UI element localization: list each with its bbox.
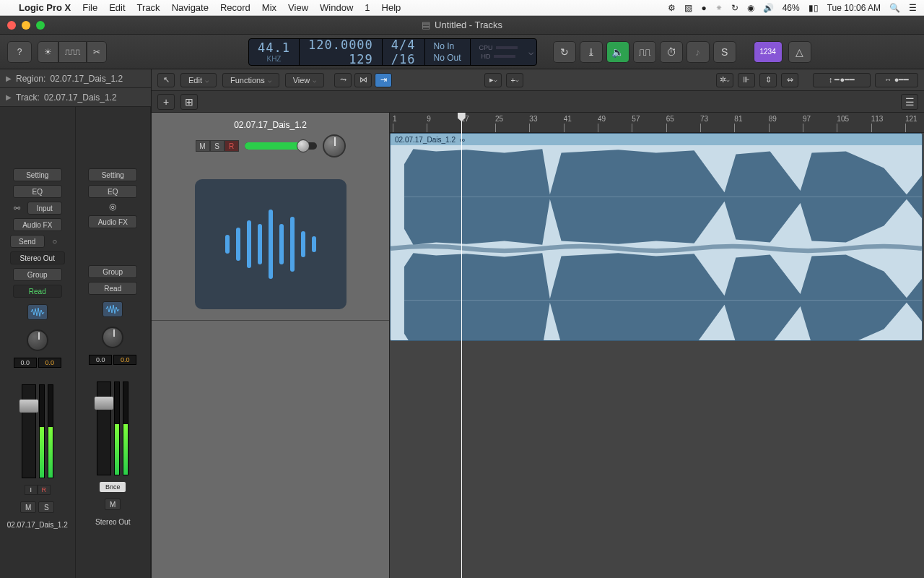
stereo-icon[interactable]: ◎ [109,202,116,212]
menu-mix[interactable]: Mix [262,2,276,13]
setting-button[interactable]: Setting [88,168,137,181]
clock[interactable]: Tue 10:06 AM [827,3,881,13]
track-header-row[interactable]: 02.07.17_Dais_1.2 M S R [152,113,389,321]
global-tracks-button[interactable]: ☰ [901,94,918,110]
duplicate-track-button[interactable]: ⊞ [180,94,198,110]
window-zoom[interactable] [36,21,45,30]
link-icon[interactable]: ⚯ [10,202,25,214]
menu-navigate[interactable]: Navigate [172,2,209,13]
menu-icon[interactable]: ☰ [909,3,917,13]
pan-knob[interactable] [27,329,48,351]
solo-button[interactable]: ♪ [687,41,710,63]
menu-file[interactable]: File [82,2,97,13]
tempo-button[interactable]: ⏱ [660,41,683,63]
menu-help[interactable]: Help [382,2,401,13]
lcd-signature[interactable]: 4/4 /16 [383,39,425,65]
status-icon-2[interactable]: ▧ [684,3,692,13]
view-menu[interactable]: View⌵ [285,73,325,87]
editors-button[interactable]: ✂ [87,41,107,63]
volume-fader[interactable] [97,381,111,475]
flex-icon[interactable]: ⋈ [354,73,372,87]
window-minimize[interactable] [22,21,30,30]
metronome-button[interactable]: △ [788,41,811,63]
replace-button[interactable]: ⤓ [580,41,603,63]
arrange-area[interactable]: 191725334149576573818997105113121 02.07.… [390,113,924,578]
waveform-zoom[interactable]: ⊪ [738,73,755,87]
inspector-track-header[interactable]: ▶ Track: 02.07.17_Dais_1.2 [0,88,151,107]
functions-menu[interactable]: Functions⌵ [222,73,279,87]
catch-icon[interactable]: ⇥ [375,73,392,87]
sync-button[interactable]: S [713,41,736,63]
smart-controls-button[interactable]: ☀ [38,41,58,63]
eq-button[interactable]: EQ [88,185,137,198]
send-button[interactable]: Send [10,235,45,248]
marquee-tool[interactable]: +⌵ [506,73,523,87]
pan-knob[interactable] [323,134,346,158]
spotlight-icon[interactable]: 🔍 [889,3,900,13]
mute-button[interactable]: M [105,499,121,510]
vzoom-slider[interactable]: ↕ ━●━━ [813,73,871,87]
bluetooth-icon[interactable]: ⁕ [715,3,723,13]
cycle-button[interactable]: ↻ [553,41,576,63]
menu-1[interactable]: 1 [365,2,370,13]
battery-icon[interactable]: ▮▯ [808,3,819,13]
eq-button[interactable]: EQ [13,185,62,198]
low-latency-button[interactable]: 🔈 [606,41,629,63]
input-monitor-button[interactable]: I [25,485,38,495]
bar-ruler[interactable]: 191725334149576573818997105113121 [390,113,924,133]
pan-knob[interactable] [102,327,123,348]
volume-icon[interactable]: 🔊 [763,3,774,13]
volume-fader[interactable] [22,384,36,478]
send-knob-icon[interactable]: ○ [48,236,62,247]
lcd-io[interactable]: No In No Out [425,39,471,65]
zoom-horizontal[interactable]: ⇔ [781,73,798,87]
lcd-dropdown[interactable]: ⌵ [526,39,536,65]
group-button[interactable]: Group [88,265,137,278]
setting-button[interactable]: Setting [13,168,62,181]
audiofx-button[interactable]: Audio FX [88,215,137,228]
output-button[interactable]: Stereo Out [10,251,65,264]
automation-read-button[interactable]: Read [13,285,62,298]
help-button[interactable]: ? [7,41,32,63]
pointer-tool-icon[interactable]: ↖ [157,73,175,87]
track-icon-small[interactable] [27,304,48,320]
wifi-icon[interactable]: ◉ [747,3,754,13]
automation-read-button[interactable]: Read [88,282,137,295]
status-icon-cloud[interactable]: ● [701,3,706,13]
record-enable-button[interactable]: R [38,485,51,495]
menu-record[interactable]: Record [220,2,250,13]
app-menu[interactable]: Logic Pro X [19,2,71,13]
snap-menu[interactable]: ✲⌵ [716,73,733,87]
edit-menu[interactable]: Edit⌵ [180,73,217,87]
menu-view[interactable]: View [288,2,308,13]
group-button[interactable]: Group [13,268,62,281]
lcd-performance[interactable]: CPU HD [471,39,526,65]
mute-button[interactable]: M [20,501,36,513]
volume-slider[interactable] [245,142,317,150]
solo-button[interactable]: S [210,140,225,152]
automation-icon[interactable]: ⤳ [334,73,352,87]
inspector-region-header[interactable]: ▶ Region: 02.07.17_Dais_1.2 [0,69,151,88]
record-button[interactable]: R [225,140,239,152]
timemachine-icon[interactable]: ↻ [731,3,738,13]
count-in-button[interactable]: 1234 [754,41,783,63]
pointer-tool[interactable]: ▸⌵ [484,73,502,87]
track-icon-small[interactable] [103,301,123,317]
lcd-tempo[interactable]: 120.0000 129 [300,39,383,65]
bounce-button[interactable]: Bnce [100,482,126,492]
menu-window[interactable]: Window [320,2,353,13]
status-icon-1[interactable]: ⚙ [668,3,676,13]
menu-track[interactable]: Track [137,2,160,13]
input-button[interactable]: Input [27,202,62,215]
lcd-samplerate[interactable]: 44.1 KHZ [249,39,300,65]
hzoom-slider[interactable]: ↔ ●━━ [875,73,918,87]
playhead[interactable] [461,113,462,578]
tuner-button[interactable]: ⎍⎍ [633,41,656,63]
menu-edit[interactable]: Edit [109,2,125,13]
mixer-button[interactable]: ⎍⎍⎍ [58,41,87,63]
solo-button[interactable]: S [38,501,54,513]
window-close[interactable] [7,21,16,30]
audio-region[interactable]: 02.07.17_Dais_1.2 ∞ [390,133,923,341]
audiofx-button[interactable]: Audio FX [13,218,62,231]
add-track-button[interactable]: + [157,94,175,110]
